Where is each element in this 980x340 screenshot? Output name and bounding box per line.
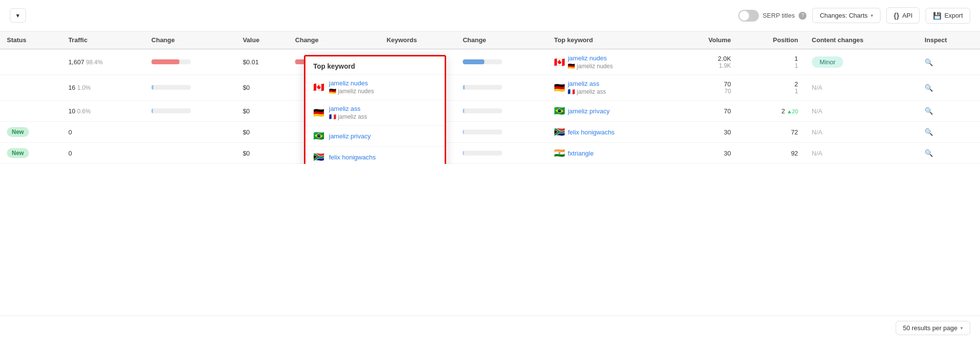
keyword-name[interactable]: felix honigwachs xyxy=(568,129,614,136)
traffic-progress-bar xyxy=(151,59,191,64)
keyword-name[interactable]: felix honigwachs xyxy=(329,154,376,161)
inspect-icon[interactable]: 🔍 xyxy=(925,128,933,136)
export-button[interactable]: 💾 Export xyxy=(926,8,970,24)
keywords-progress-bar xyxy=(463,59,502,64)
export-icon: 💾 xyxy=(933,12,941,20)
keyword-name[interactable]: jameliz privacy xyxy=(329,132,371,140)
position-cell: 92 xyxy=(738,143,805,164)
inspect-cell: 🔍 xyxy=(918,122,980,143)
position-up-icon: ▲20 xyxy=(787,108,798,114)
change-keywords-cell xyxy=(456,101,547,122)
position-cell: 1 1 xyxy=(738,49,805,75)
keyword-name[interactable]: jameliz nudes xyxy=(329,79,374,87)
changes-chevron-icon: ▾ xyxy=(871,13,873,18)
keywords-bar-fill xyxy=(463,59,484,64)
new-badge: New xyxy=(7,148,29,158)
inspect-cell: 🔍 xyxy=(918,49,980,75)
col-change-value: Change xyxy=(288,31,379,49)
col-position: Position xyxy=(738,31,805,49)
value-cell: $0 xyxy=(236,101,288,122)
status-cell xyxy=(0,49,61,75)
keyword-sub: 🇫🇷 jameliz ass xyxy=(568,88,606,95)
main-table: Status Traffic Change Value Change Keywo… xyxy=(0,31,980,164)
keyword-sub: 🇩🇪 jameliz nudes xyxy=(568,63,613,70)
inspect-cell: 🔍 xyxy=(918,75,980,101)
main-dropdown-button[interactable]: ▾ xyxy=(10,8,26,23)
table-header-row: Status Traffic Change Value Change Keywo… xyxy=(0,31,980,49)
col-value: Value xyxy=(236,31,288,49)
keyword-name[interactable]: jameliz nudes xyxy=(568,54,613,62)
keyword-name[interactable]: fxtriangle xyxy=(568,150,594,157)
change-keywords-cell xyxy=(456,122,547,143)
api-button[interactable]: {} API xyxy=(886,7,920,24)
na-label: N/A xyxy=(812,107,823,115)
flag-icon: 🇨🇦 xyxy=(313,82,324,93)
keywords-progress-bar xyxy=(463,151,502,156)
na-label: N/A xyxy=(812,84,823,91)
minor-badge: Minor xyxy=(812,56,844,68)
na-label: N/A xyxy=(812,129,823,136)
na-label: N/A xyxy=(812,150,823,157)
keywords-bar-fill xyxy=(463,85,465,90)
col-inspect: Inspect xyxy=(918,31,980,49)
serp-titles-label: SERP titles xyxy=(763,12,795,19)
keywords-bar-fill xyxy=(463,108,464,113)
top-keyword-popup-header: Top keyword xyxy=(305,56,445,75)
traffic-bar-fill xyxy=(151,85,153,90)
top-keyword-cell: 🇿🇦 felix honigwachs xyxy=(547,122,675,143)
traffic-cell: 0 xyxy=(61,143,144,164)
change-traffic-cell xyxy=(145,75,236,101)
flag-icon: 🇩🇪 xyxy=(554,82,565,93)
export-label: Export xyxy=(944,12,963,19)
volume-cell: 30 xyxy=(675,122,738,143)
traffic-pct: 98.4% xyxy=(86,59,103,66)
inspect-icon[interactable]: 🔍 xyxy=(925,84,933,92)
serp-titles-toggle-wrap: SERP titles ? xyxy=(738,10,807,22)
inspect-icon[interactable]: 🔍 xyxy=(925,107,933,115)
status-cell: New xyxy=(0,143,61,164)
inspect-icon[interactable]: 🔍 xyxy=(925,58,933,66)
top-keyword-item: 🇧🇷 jameliz privacy xyxy=(305,126,445,147)
table-row: 1,607 98.4% $0.01 150 ▾ xyxy=(0,49,980,75)
flag-icon: 🇩🇪 xyxy=(313,107,324,118)
keyword-name[interactable]: jameliz ass xyxy=(329,105,367,112)
volume-cell: 70 xyxy=(675,101,738,122)
top-keyword-cell: 🇮🇳 fxtriangle xyxy=(547,143,675,164)
traffic-pct: 0.6% xyxy=(77,108,90,115)
keywords-progress-bar xyxy=(463,108,502,113)
toolbar: ▾ SERP titles ? Changes: Charts ▾ {} API… xyxy=(0,0,980,31)
col-keywords: Keywords xyxy=(379,31,456,49)
flag-icon: 🇿🇦 xyxy=(554,127,565,137)
traffic-pct: 1.0% xyxy=(77,84,90,91)
flag-icon: 🇮🇳 xyxy=(554,148,565,158)
traffic-bar-fill xyxy=(151,59,180,64)
main-table-container: Status Traffic Change Value Change Keywo… xyxy=(0,31,980,164)
traffic-cell: 16 1.0% xyxy=(61,75,144,101)
inspect-icon[interactable]: 🔍 xyxy=(925,149,933,157)
api-braces-icon: {} xyxy=(894,11,900,20)
content-changes-cell: N/A xyxy=(805,101,918,122)
serp-help-icon[interactable]: ? xyxy=(799,12,806,20)
col-content-changes: Content changes xyxy=(805,31,918,49)
traffic-bar-fill xyxy=(151,108,153,113)
change-keywords-cell xyxy=(456,143,547,164)
change-keywords-cell xyxy=(456,75,547,101)
traffic-value: 1,607 xyxy=(68,58,84,66)
keyword-sub: 🇫🇷 jameliz ass xyxy=(329,113,367,120)
traffic-progress-bar xyxy=(151,85,191,90)
inspect-cell: 🔍 xyxy=(918,143,980,164)
changes-charts-button[interactable]: Changes: Charts ▾ xyxy=(812,8,880,23)
position-cell: 72 xyxy=(738,122,805,143)
keywords-progress-bar xyxy=(463,130,502,134)
keyword-name[interactable]: jameliz ass xyxy=(568,80,606,87)
top-keyword-cell: 🇧🇷 jameliz privacy xyxy=(547,101,675,122)
volume-cell: 70 70 xyxy=(675,75,738,101)
flag-icon: 🇧🇷 xyxy=(554,105,565,116)
serp-titles-toggle[interactable] xyxy=(738,10,759,22)
traffic-value: 10 xyxy=(68,107,75,115)
volume-cell: 30 xyxy=(675,143,738,164)
top-keyword-cell: 🇩🇪 jameliz ass 🇫🇷 jameliz ass xyxy=(547,75,675,101)
status-cell xyxy=(0,75,61,101)
keyword-name[interactable]: jameliz privacy xyxy=(568,107,609,115)
top-keyword-item: 🇩🇪 jameliz ass 🇫🇷 jameliz ass xyxy=(305,100,445,126)
